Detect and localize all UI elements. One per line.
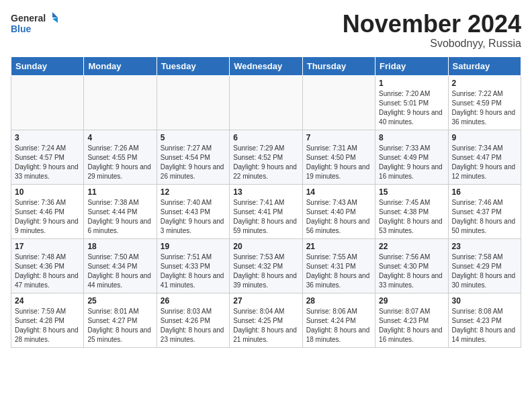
calendar-cell-1-4: 7Sunrise: 7:31 AM Sunset: 4:50 PM Daylig… xyxy=(302,130,375,184)
day-info-16: Sunrise: 7:46 AM Sunset: 4:37 PM Dayligh… xyxy=(452,198,517,236)
calendar-cell-0-4 xyxy=(302,75,375,130)
day-info-29: Sunrise: 8:07 AM Sunset: 4:23 PM Dayligh… xyxy=(379,307,444,345)
calendar-cell-1-5: 8Sunrise: 7:33 AM Sunset: 4:49 PM Daylig… xyxy=(375,130,448,184)
calendar-cell-1-0: 3Sunrise: 7:24 AM Sunset: 4:57 PM Daylig… xyxy=(11,130,84,184)
svg-marker-3 xyxy=(52,17,58,23)
day-info-15: Sunrise: 7:45 AM Sunset: 4:38 PM Dayligh… xyxy=(379,198,444,236)
day-number-29: 29 xyxy=(379,296,444,306)
col-thursday: Thursday xyxy=(302,56,375,75)
month-title: November 2024 xyxy=(343,11,521,38)
day-number-1: 1 xyxy=(379,79,444,88)
day-info-30: Sunrise: 8:08 AM Sunset: 4:23 PM Dayligh… xyxy=(452,307,517,345)
calendar-cell-0-5: 1Sunrise: 7:20 AM Sunset: 5:01 PM Daylig… xyxy=(375,75,448,130)
calendar-cell-0-3 xyxy=(230,75,302,130)
calendar-cell-3-5: 22Sunrise: 7:56 AM Sunset: 4:30 PM Dayli… xyxy=(375,238,448,293)
day-info-22: Sunrise: 7:56 AM Sunset: 4:30 PM Dayligh… xyxy=(379,253,444,290)
day-info-14: Sunrise: 7:43 AM Sunset: 4:40 PM Dayligh… xyxy=(306,198,371,236)
day-info-2: Sunrise: 7:22 AM Sunset: 4:59 PM Dayligh… xyxy=(452,89,517,127)
calendar-cell-1-2: 5Sunrise: 7:27 AM Sunset: 4:54 PM Daylig… xyxy=(157,130,229,184)
day-number-5: 5 xyxy=(161,133,226,142)
week-row-0: 1Sunrise: 7:20 AM Sunset: 5:01 PM Daylig… xyxy=(11,75,521,130)
week-row-1: 3Sunrise: 7:24 AM Sunset: 4:57 PM Daylig… xyxy=(11,130,521,184)
day-number-17: 17 xyxy=(15,242,80,251)
calendar-cell-2-5: 15Sunrise: 7:45 AM Sunset: 4:38 PM Dayli… xyxy=(375,184,448,238)
calendar-cell-3-0: 17Sunrise: 7:48 AM Sunset: 4:36 PM Dayli… xyxy=(11,238,84,293)
calendar-cell-1-6: 9Sunrise: 7:34 AM Sunset: 4:47 PM Daylig… xyxy=(448,130,521,184)
calendar-cell-3-2: 19Sunrise: 7:51 AM Sunset: 4:33 PM Dayli… xyxy=(157,238,229,293)
calendar-cell-4-3: 27Sunrise: 8:04 AM Sunset: 4:25 PM Dayli… xyxy=(230,293,302,347)
subtitle: Svobodnyy, Russia xyxy=(343,38,521,50)
calendar-cell-3-6: 23Sunrise: 7:58 AM Sunset: 4:29 PM Dayli… xyxy=(448,238,521,293)
day-info-17: Sunrise: 7:48 AM Sunset: 4:36 PM Dayligh… xyxy=(15,253,80,290)
day-number-15: 15 xyxy=(379,187,444,197)
day-info-3: Sunrise: 7:24 AM Sunset: 4:57 PM Dayligh… xyxy=(15,144,80,181)
day-number-27: 27 xyxy=(233,296,298,306)
week-row-4: 24Sunrise: 7:59 AM Sunset: 4:28 PM Dayli… xyxy=(11,293,521,347)
calendar-cell-0-6: 2Sunrise: 7:22 AM Sunset: 4:59 PM Daylig… xyxy=(448,75,521,130)
day-number-22: 22 xyxy=(379,242,444,251)
day-info-28: Sunrise: 8:06 AM Sunset: 4:24 PM Dayligh… xyxy=(306,307,371,345)
day-number-26: 26 xyxy=(161,296,226,306)
col-friday: Friday xyxy=(375,56,448,75)
calendar-cell-3-4: 21Sunrise: 7:55 AM Sunset: 4:31 PM Dayli… xyxy=(302,238,375,293)
day-info-21: Sunrise: 7:55 AM Sunset: 4:31 PM Dayligh… xyxy=(306,253,371,290)
day-number-7: 7 xyxy=(306,133,371,142)
calendar-cell-0-2 xyxy=(157,75,229,130)
day-info-12: Sunrise: 7:40 AM Sunset: 4:43 PM Dayligh… xyxy=(161,198,226,236)
day-number-16: 16 xyxy=(452,187,517,197)
col-tuesday: Tuesday xyxy=(157,56,229,75)
calendar-cell-2-2: 12Sunrise: 7:40 AM Sunset: 4:43 PM Dayli… xyxy=(157,184,229,238)
day-number-14: 14 xyxy=(306,187,371,197)
title-block: November 2024 Svobodnyy, Russia xyxy=(343,11,521,50)
calendar-cell-0-0 xyxy=(11,75,84,130)
calendar-cell-3-3: 20Sunrise: 7:53 AM Sunset: 4:32 PM Dayli… xyxy=(230,238,302,293)
day-info-7: Sunrise: 7:31 AM Sunset: 4:50 PM Dayligh… xyxy=(306,144,371,181)
day-number-8: 8 xyxy=(379,133,444,142)
col-wednesday: Wednesday xyxy=(230,56,302,75)
day-info-5: Sunrise: 7:27 AM Sunset: 4:54 PM Dayligh… xyxy=(161,144,226,181)
calendar-cell-4-0: 24Sunrise: 7:59 AM Sunset: 4:28 PM Dayli… xyxy=(11,293,84,347)
logo-svg: General Blue xyxy=(11,11,58,39)
day-info-24: Sunrise: 7:59 AM Sunset: 4:28 PM Dayligh… xyxy=(15,307,80,345)
calendar-cell-2-4: 14Sunrise: 7:43 AM Sunset: 4:40 PM Dayli… xyxy=(302,184,375,238)
day-info-25: Sunrise: 8:01 AM Sunset: 4:27 PM Dayligh… xyxy=(87,307,152,345)
svg-text:Blue: Blue xyxy=(11,24,32,34)
day-number-24: 24 xyxy=(15,296,80,306)
day-number-11: 11 xyxy=(87,187,152,197)
day-number-3: 3 xyxy=(15,133,80,142)
svg-text:General: General xyxy=(11,13,46,24)
day-number-25: 25 xyxy=(87,296,152,306)
day-number-10: 10 xyxy=(15,187,80,197)
day-number-12: 12 xyxy=(161,187,226,197)
day-info-10: Sunrise: 7:36 AM Sunset: 4:46 PM Dayligh… xyxy=(15,198,80,236)
calendar-cell-2-6: 16Sunrise: 7:46 AM Sunset: 4:37 PM Dayli… xyxy=(448,184,521,238)
calendar-cell-1-1: 4Sunrise: 7:26 AM Sunset: 4:55 PM Daylig… xyxy=(84,130,157,184)
day-number-30: 30 xyxy=(452,296,517,306)
header: General Blue November 2024 Svobodnyy, Ru… xyxy=(11,11,521,50)
logo: General Blue xyxy=(11,11,58,39)
day-info-11: Sunrise: 7:38 AM Sunset: 4:44 PM Dayligh… xyxy=(87,198,152,236)
day-info-4: Sunrise: 7:26 AM Sunset: 4:55 PM Dayligh… xyxy=(87,144,152,181)
day-number-28: 28 xyxy=(306,296,371,306)
day-info-27: Sunrise: 8:04 AM Sunset: 4:25 PM Dayligh… xyxy=(233,307,298,345)
calendar: Sunday Monday Tuesday Wednesday Thursday… xyxy=(11,56,521,348)
col-monday: Monday xyxy=(84,56,157,75)
day-number-4: 4 xyxy=(87,133,152,142)
calendar-cell-4-5: 29Sunrise: 8:07 AM Sunset: 4:23 PM Dayli… xyxy=(375,293,448,347)
day-number-9: 9 xyxy=(452,133,517,142)
day-info-9: Sunrise: 7:34 AM Sunset: 4:47 PM Dayligh… xyxy=(452,144,517,181)
calendar-cell-0-1 xyxy=(84,75,157,130)
week-row-3: 17Sunrise: 7:48 AM Sunset: 4:36 PM Dayli… xyxy=(11,238,521,293)
day-number-23: 23 xyxy=(452,242,517,251)
day-number-13: 13 xyxy=(233,187,298,197)
calendar-cell-1-3: 6Sunrise: 7:29 AM Sunset: 4:52 PM Daylig… xyxy=(230,130,302,184)
day-number-6: 6 xyxy=(233,133,298,142)
day-info-19: Sunrise: 7:51 AM Sunset: 4:33 PM Dayligh… xyxy=(161,253,226,290)
calendar-cell-4-4: 28Sunrise: 8:06 AM Sunset: 4:24 PM Dayli… xyxy=(302,293,375,347)
day-number-19: 19 xyxy=(161,242,226,251)
day-number-21: 21 xyxy=(306,242,371,251)
day-number-18: 18 xyxy=(87,242,152,251)
col-sunday: Sunday xyxy=(11,56,84,75)
day-info-20: Sunrise: 7:53 AM Sunset: 4:32 PM Dayligh… xyxy=(233,253,298,290)
day-info-23: Sunrise: 7:58 AM Sunset: 4:29 PM Dayligh… xyxy=(452,253,517,290)
